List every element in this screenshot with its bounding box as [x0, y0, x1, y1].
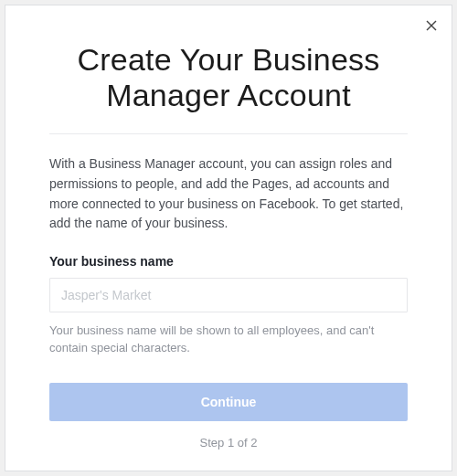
step-indicator: Step 1 of 2 [49, 436, 408, 450]
divider [49, 133, 408, 134]
business-name-label: Your business name [49, 254, 408, 269]
create-business-modal: Create Your Business Manager Account Wit… [5, 5, 452, 471]
description-text: With a Business Manager account, you can… [49, 154, 408, 234]
business-name-input[interactable] [49, 278, 408, 312]
helper-text: Your business name will be shown to all … [49, 322, 408, 357]
modal-title: Create Your Business Manager Account [49, 42, 408, 113]
close-icon[interactable] [424, 18, 439, 33]
continue-button[interactable]: Continue [49, 383, 408, 421]
